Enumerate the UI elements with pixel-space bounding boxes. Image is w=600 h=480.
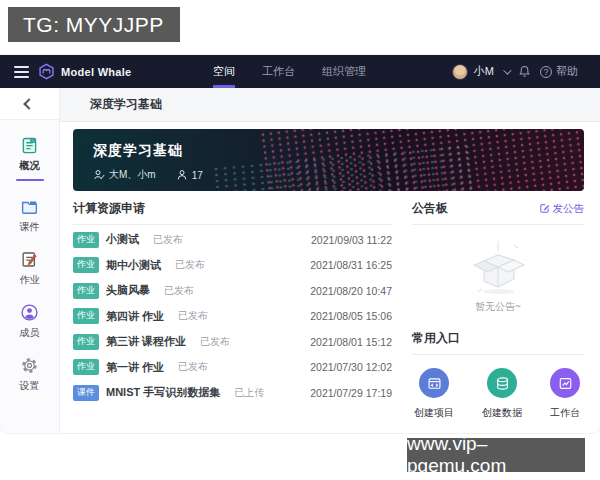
chevron-down-icon[interactable]	[503, 66, 511, 74]
shortcut-create-data[interactable]: 创建数据	[482, 368, 522, 420]
watermark-bottom: www.vip–pgemu.com	[407, 438, 585, 472]
page-header: 深度学习基础	[60, 88, 600, 122]
empty-announcement-text: 暂无公告~	[475, 300, 521, 314]
homework-badge: 作业	[73, 283, 99, 299]
back-button[interactable]	[0, 88, 59, 120]
sidebar: 概况 课件	[0, 88, 60, 433]
resource-name: MNIST 手写识别数据集	[106, 385, 220, 400]
resource-status: 已发布	[178, 360, 208, 374]
resource-status: 已上传	[234, 386, 264, 400]
homework-badge: 作业	[73, 334, 99, 350]
menu-icon[interactable]	[14, 66, 29, 78]
project-icon	[427, 376, 442, 391]
sidebar-item-label: 成员	[20, 326, 40, 340]
resource-date: 2021/08/20 10:47	[310, 285, 392, 297]
resource-name: 头脑风暴	[106, 283, 150, 298]
courseware-icon	[20, 197, 39, 216]
avatar[interactable]	[452, 64, 468, 80]
back-arrow-icon	[23, 98, 34, 109]
manager-icon	[93, 169, 105, 181]
shortcut-label: 创建数据	[482, 406, 522, 420]
homework-icon	[20, 250, 39, 269]
sidebar-item-members[interactable]: 成员	[20, 303, 40, 340]
top-navbar: Model Whale 空间 工作台 组织管理 小M 帮助	[0, 55, 600, 88]
workbench-icon	[558, 376, 573, 391]
announcement-section: 公告板 发公告	[412, 200, 584, 318]
resource-name: 第三讲 课程作业	[106, 334, 186, 349]
resource-status: 已发布	[200, 335, 230, 349]
help-label[interactable]: 帮助	[556, 64, 578, 79]
post-announcement-button[interactable]: 发公告	[539, 202, 585, 216]
resource-date: 2021/08/01 15:12	[310, 336, 392, 348]
homework-badge: 作业	[73, 257, 99, 273]
resource-date: 2021/07/30 12:02	[310, 361, 392, 373]
main-content: 深度学习基础 深度学习基础 大M、小m	[60, 88, 600, 433]
resource-date: 2021/07/29 17:19	[310, 387, 392, 399]
resource-status: 已发布	[178, 309, 208, 323]
nav-item-space[interactable]: 空间	[213, 55, 235, 88]
sidebar-item-label: 概况	[20, 159, 40, 173]
sidebar-item-settings[interactable]: 设置	[20, 356, 40, 393]
homework-badge: 作业	[73, 232, 99, 248]
sidebar-item-label: 课件	[20, 220, 40, 234]
modelwhale-logo-icon[interactable]	[38, 63, 55, 80]
sidebar-item-courseware[interactable]: 课件	[20, 197, 40, 234]
members-count-icon	[176, 169, 188, 181]
banner-title: 深度学习基础	[93, 142, 584, 160]
shortcut-label: 创建项目	[414, 406, 454, 420]
banner-managers: 大M、小m	[93, 168, 156, 182]
shortcut-workbench[interactable]: 工作台	[550, 368, 580, 420]
resource-row[interactable]: 作业 第四讲 作业 已发布 2021/08/05 15:06	[73, 304, 392, 330]
empty-box-illustration	[462, 239, 534, 295]
sidebar-item-label: 作业	[20, 273, 40, 287]
modelwhale-app-window: Model Whale 空间 工作台 组织管理 小M 帮助	[0, 55, 600, 433]
shortcuts-title: 常用入口	[412, 330, 460, 347]
resource-status: 已发布	[175, 258, 205, 272]
screenshot-stage: Model Whale 空间 工作台 组织管理 小M 帮助	[0, 0, 600, 480]
resource-name: 第四讲 作业	[106, 309, 164, 324]
announcement-title: 公告板	[412, 200, 448, 217]
resource-status: 已发布	[153, 233, 183, 247]
navbar-right: 小M 帮助	[452, 64, 578, 80]
sidebar-item-label: 设置	[20, 379, 40, 393]
banner-member-count: 17	[176, 169, 203, 181]
resources-list: 作业 小测试 已发布 2021/09/03 11:22 作业 期中小测试 已发布	[73, 225, 392, 406]
resources-title: 计算资源申请	[73, 200, 145, 217]
homework-badge: 作业	[73, 359, 99, 375]
resource-name: 小测试	[106, 232, 139, 247]
database-icon	[495, 376, 510, 391]
resource-row[interactable]: 作业 期中小测试 已发布 2021/08/31 16:25	[73, 253, 392, 279]
resources-section: 计算资源申请 作业 小测试 已发布 2021/09/03 11:22	[73, 200, 392, 420]
user-name[interactable]: 小M	[474, 64, 494, 79]
sidebar-item-homework[interactable]: 作业	[20, 250, 40, 287]
resource-name: 第一讲 作业	[106, 360, 164, 375]
settings-icon	[20, 356, 39, 375]
resource-row[interactable]: 作业 第一讲 作业 已发布 2021/07/30 12:02	[73, 355, 392, 381]
homework-badge: 作业	[73, 308, 99, 324]
resource-name: 期中小测试	[106, 258, 161, 273]
edit-icon	[539, 203, 550, 214]
nav-item-org-management[interactable]: 组织管理	[322, 55, 366, 88]
bell-icon[interactable]	[518, 65, 531, 78]
course-banner: 深度学习基础 大M、小m	[73, 129, 584, 191]
resource-row[interactable]: 课件 MNIST 手写识别数据集 已上传 2021/07/29 17:19	[73, 380, 392, 406]
resource-row[interactable]: 作业 第三讲 课程作业 已发布 2021/08/01 15:12	[73, 329, 392, 355]
primary-nav: 空间 工作台 组织管理	[213, 55, 366, 88]
watermark-top: TG: MYYJJPP	[8, 7, 180, 42]
help-icon[interactable]	[540, 66, 552, 78]
shortcut-label: 工作台	[550, 406, 580, 420]
brand-name: Model Whale	[61, 66, 132, 78]
shortcut-create-project[interactable]: 创建项目	[414, 368, 454, 420]
resource-row[interactable]: 作业 头脑风暴 已发布 2021/08/20 10:47	[73, 278, 392, 304]
courseware-badge: 课件	[73, 385, 99, 401]
resource-date: 2021/08/31 16:25	[310, 259, 392, 271]
nav-item-workbench[interactable]: 工作台	[262, 55, 295, 88]
shortcuts-section: 常用入口	[412, 330, 584, 420]
resource-date: 2021/08/05 15:06	[310, 310, 392, 322]
overview-icon	[20, 136, 39, 155]
resource-row[interactable]: 作业 小测试 已发布 2021/09/03 11:22	[73, 227, 392, 253]
resource-status: 已发布	[164, 284, 194, 298]
resource-date: 2021/09/03 11:22	[311, 234, 392, 246]
sidebar-item-overview[interactable]: 概况	[16, 136, 44, 181]
members-icon	[20, 303, 39, 322]
